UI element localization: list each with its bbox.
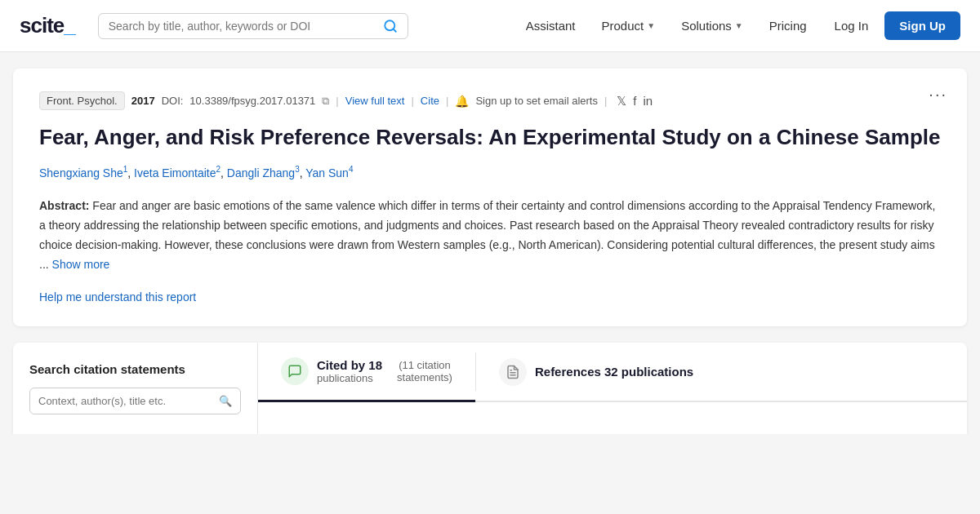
citation-count-1: (11 citation bbox=[397, 359, 452, 371]
social-icons: 𝕏 f in bbox=[617, 94, 653, 109]
nav-links: Assistant Product ▼ Solutions ▼ Pricing … bbox=[514, 11, 960, 40]
citation-search-title: Search citation statements bbox=[29, 362, 241, 376]
citation-search-input[interactable] bbox=[38, 395, 214, 407]
twitter-icon[interactable]: 𝕏 bbox=[617, 94, 626, 109]
citation-search-input-wrap: 🔍 bbox=[29, 388, 241, 414]
author-3[interactable]: Dangli Zhang3 bbox=[227, 166, 300, 179]
article-card: ··· Front. Psychol. 2017 DOI: 10.3389/fp… bbox=[13, 69, 967, 326]
cite-link[interactable]: Cite bbox=[421, 95, 439, 107]
citation-statements-text: (11 citation statements) bbox=[397, 359, 452, 383]
author-4[interactable]: Yan Sun4 bbox=[305, 166, 353, 179]
separator-1: | bbox=[336, 95, 338, 107]
bottom-section: Search citation statements 🔍 Cited by 18 bbox=[13, 343, 967, 434]
cited-by-icon bbox=[281, 357, 309, 385]
citation-count-2: statements) bbox=[397, 371, 452, 383]
show-more-link[interactable]: Show more bbox=[52, 258, 110, 271]
facebook-icon[interactable]: f bbox=[633, 94, 636, 108]
bell-icon: 🔔 bbox=[455, 95, 469, 108]
main-content: ··· Front. Psychol. 2017 DOI: 10.3389/fp… bbox=[0, 52, 980, 434]
nav-product[interactable]: Product ▼ bbox=[590, 12, 667, 39]
article-meta: Front. Psychol. 2017 DOI: 10.3389/fpsyg.… bbox=[39, 91, 941, 110]
cited-by-text: Cited by 18 publications bbox=[317, 358, 382, 384]
nav-solutions[interactable]: Solutions ▼ bbox=[670, 12, 755, 39]
article-year: 2017 bbox=[131, 95, 155, 107]
help-understand-link[interactable]: Help me understand this report bbox=[39, 290, 196, 304]
abstract: Abstract: Fear and anger are basic emoti… bbox=[39, 197, 941, 274]
linkedin-icon[interactable]: in bbox=[644, 94, 653, 108]
login-button[interactable]: Log In bbox=[822, 12, 882, 39]
solutions-chevron-icon: ▼ bbox=[735, 21, 743, 30]
search-bar bbox=[98, 13, 408, 39]
search-input[interactable] bbox=[109, 20, 376, 33]
tabs-area: Cited by 18 publications (11 citation st… bbox=[258, 343, 967, 434]
journal-label: Front. Psychol. bbox=[39, 91, 125, 110]
references-label: References 32 publications bbox=[535, 365, 693, 379]
view-full-text-link[interactable]: View full text bbox=[345, 95, 405, 107]
nav-pricing[interactable]: Pricing bbox=[758, 12, 818, 39]
alert-text[interactable]: Sign up to set email alerts bbox=[475, 95, 598, 107]
article-title: Fear, Anger, and Risk Preference Reversa… bbox=[39, 123, 941, 152]
copy-icon[interactable]: ⧉ bbox=[322, 95, 329, 108]
doi-prefix: DOI: bbox=[162, 95, 184, 107]
doi-value: 10.3389/fpsyg.2017.01371 bbox=[189, 95, 315, 107]
svg-line-1 bbox=[393, 29, 395, 31]
tab-cited-by[interactable]: Cited by 18 publications (11 citation st… bbox=[258, 343, 475, 402]
references-icon bbox=[499, 358, 527, 386]
abstract-text: Fear and anger are basic emotions of the… bbox=[39, 199, 935, 270]
separator-4: | bbox=[604, 95, 607, 107]
logo[interactable]: scite_ bbox=[20, 13, 75, 38]
cited-by-main: Cited by 18 bbox=[317, 358, 382, 372]
citation-search-icon: 🔍 bbox=[219, 395, 232, 407]
citation-search-panel: Search citation statements 🔍 bbox=[13, 343, 258, 434]
tab-references[interactable]: References 32 publications bbox=[476, 343, 716, 401]
separator-2: | bbox=[411, 95, 413, 107]
separator-3: | bbox=[446, 95, 448, 107]
tabs-row: Cited by 18 publications (11 citation st… bbox=[258, 343, 967, 402]
more-options-button[interactable]: ··· bbox=[929, 85, 947, 104]
authors-list: Shengxiang She1, Iveta Eimontaite2, Dang… bbox=[39, 163, 941, 182]
product-chevron-icon: ▼ bbox=[647, 21, 655, 30]
navbar: scite_ Assistant Product ▼ Solutions ▼ P… bbox=[0, 0, 980, 52]
author-2[interactable]: Iveta Eimontaite2 bbox=[134, 166, 220, 179]
author-1[interactable]: Shengxiang She1 bbox=[39, 166, 127, 179]
abstract-label: Abstract: bbox=[39, 199, 89, 212]
search-icon[interactable] bbox=[383, 19, 398, 33]
nav-assistant[interactable]: Assistant bbox=[514, 12, 587, 39]
signup-button[interactable]: Sign Up bbox=[884, 11, 960, 40]
cited-by-sub: publications bbox=[317, 372, 382, 384]
references-text: References 32 publications bbox=[535, 365, 693, 379]
